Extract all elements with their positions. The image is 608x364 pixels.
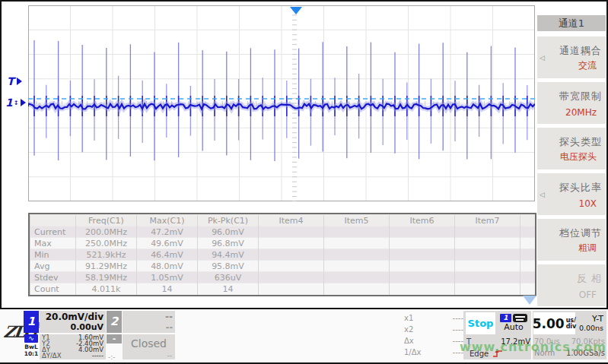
panel-label: 档位调节 (559, 226, 602, 240)
panel-label: 反 相 (577, 272, 602, 286)
table-cell: 636uV (198, 272, 259, 283)
table-cell (520, 261, 537, 272)
channel2-ratio: -:- (108, 353, 116, 359)
x-cursor-row: x2---- (404, 324, 463, 335)
trigger-mode-button[interactable]: 1 Auto (497, 312, 530, 334)
table-cell (455, 249, 520, 261)
table-row-label: Stdev (30, 272, 76, 283)
table-row-label: Avg (30, 261, 76, 272)
cursor-value: ----- (92, 353, 103, 359)
table-cell (390, 261, 455, 272)
table-cell: 58.19MHz (76, 272, 137, 283)
table-cell (259, 226, 324, 238)
sidebar-panel-6[interactable]: 反 相OFF (537, 264, 606, 306)
trigger-level-marker[interactable]: T (7, 75, 22, 87)
table-cell (259, 261, 324, 272)
table-cell: 47.2mV (137, 226, 198, 238)
channel1-cursor-readout: Y11.60mVY2-2.40mVΔY4.00mVΔY/ΔX----- (40, 334, 106, 359)
table-cell (259, 249, 324, 261)
channel2-status: Closed (123, 334, 175, 353)
table-header-cell: Item5 (324, 215, 390, 226)
panel-label: 探头比率 (559, 181, 602, 195)
sidebar-panels: ◁通道耦合交流带宽限制20MHz探头类型电压探头◁探头比率10X档位调节粗调反 … (537, 36, 606, 306)
cursor-label: ΔY/ΔX (42, 353, 62, 359)
panel-label: 带宽限制 (559, 90, 602, 103)
table-row: Min521.9kHz46.4mV94.4mV (30, 249, 537, 261)
channel1-offset: 0.00uV (42, 322, 103, 332)
timebase-button[interactable]: 5.00 us/ div (533, 312, 575, 334)
table-cell: 521.9kHz (76, 249, 137, 261)
table-cell: 95.8mV (198, 261, 259, 272)
table-cell (520, 249, 537, 261)
sidebar-panel-1[interactable]: ◁通道耦合交流 (537, 36, 606, 78)
table-row: Stdev58.19MHz1.05mV636uV (30, 272, 537, 283)
trigger-level-label: T (7, 75, 14, 87)
channel1-arrow-icon (21, 99, 26, 106)
sidebar-panel-2[interactable]: 带宽限制20MHz (537, 82, 606, 124)
table-cell (455, 238, 520, 249)
trigger-position-marker[interactable] (290, 7, 302, 14)
channel2-bottom-readout: Closed -- (123, 334, 175, 359)
sidebar-panel-4[interactable]: ◁探头比率10X (537, 173, 606, 215)
site-watermark: www.cntronics.com (460, 340, 606, 354)
table-cell (455, 261, 520, 272)
table-cell (520, 272, 537, 283)
timebase-scale: 5.00 (533, 316, 565, 331)
table-header-cell: Freq(C1) (76, 215, 137, 226)
table-cell: 91.29MHz (76, 261, 137, 272)
panel-label: 探头类型 (559, 135, 602, 149)
table-header-cell: Pk-Pk(C1) (198, 215, 259, 226)
channel1-flags: ∿ BwL 10:1 (24, 334, 39, 357)
table-header-cell: Max(C1) (137, 215, 198, 226)
table-row-label: Current (30, 226, 76, 238)
table-row-label: Count (30, 283, 76, 295)
table-cell (324, 272, 390, 283)
trigger-coupling-icon (513, 314, 527, 322)
table-cell (259, 283, 324, 295)
waveform-display (28, 5, 535, 201)
table-row-label: Max (30, 238, 76, 249)
table-cell: 96.8mV (198, 238, 259, 249)
table-cell (324, 238, 390, 249)
trigger-delay: 0.00ns (576, 324, 603, 333)
table-row: Avg91.29MHz48.0mV95.8mV (30, 261, 537, 272)
oscilloscope-screen: T 1 ↕ Freq(C1)Max(C1)Pk-Pk(C1)Item4Item5… (0, 0, 608, 364)
table-scroll-down-icon[interactable] (523, 296, 536, 305)
probe-ratio-flag: 10:1 (24, 350, 39, 357)
cursor-value: ---- (453, 312, 463, 324)
table-header-cell: Item7 (455, 215, 520, 226)
table-cell (455, 283, 520, 295)
channel2-scale-readout: -- -- (123, 311, 175, 333)
timebase-unit-bottom: div (566, 324, 577, 330)
y-cursor-row: ΔY/ΔX----- (42, 353, 103, 359)
x-cursor-readout: x1----x2----Δx----1/Δx---- (404, 312, 463, 358)
x-cursor-row: Δx---- (404, 335, 463, 347)
submenu-arrow-icon: ◁ (540, 54, 545, 62)
table-cell: 4.011k (76, 283, 137, 295)
table-cell (259, 238, 324, 249)
run-state-button[interactable]: Stop (466, 312, 495, 334)
channel2-offset: -- (125, 322, 173, 332)
table-row: Count4.011k1414 (30, 283, 537, 295)
x-cursor-row: 1/Δx---- (404, 347, 463, 358)
measurement-table: Freq(C1)Max(C1)Pk-Pk(C1)Item4Item5Item6I… (28, 213, 536, 296)
table-row: Max250.0MHz49.6mV96.8mV (30, 238, 537, 249)
channel1-badge: 1 (24, 311, 39, 333)
channel2-scale: -- (125, 312, 173, 322)
channel2-dash-badge: - (107, 334, 122, 343)
channel1-status-block[interactable]: 1 20.0mV/div 0.00uV ∿ BwL 10:1 Y11.60mVY… (24, 311, 106, 359)
panel-value: 20MHz (565, 107, 597, 118)
table-cell: 96.0mV (198, 226, 259, 238)
cursor-value: ---- (453, 324, 463, 335)
table-cell: 48.0mV (137, 261, 198, 272)
display-mode: Y-T (576, 314, 603, 324)
table-cell: 49.6mV (137, 238, 198, 249)
sidebar-panel-3[interactable]: 探头类型电压探头 (537, 128, 606, 169)
cursor-label: Δx (404, 335, 414, 347)
table-cell (390, 249, 455, 261)
sidebar-panel-5[interactable]: 档位调节粗调 (537, 219, 606, 261)
channel1-ground-marker[interactable]: 1 ↕ (5, 97, 26, 109)
table-cell (520, 283, 537, 295)
channel2-status-block[interactable]: 2 -- -- - Closed -- -:- (107, 311, 175, 359)
cursor-label: x1 (404, 312, 413, 324)
